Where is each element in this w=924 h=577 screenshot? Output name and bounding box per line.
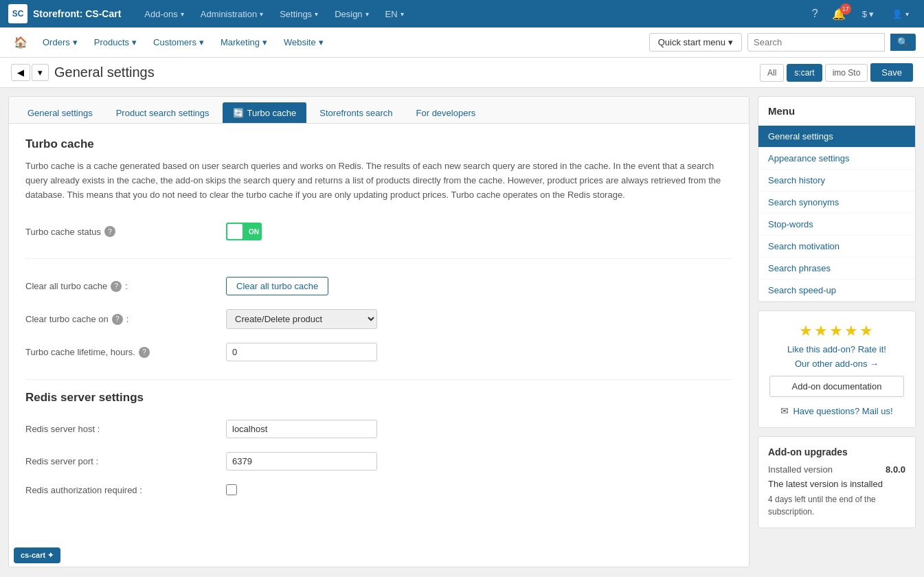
section-title: Turbo cache (25, 137, 732, 151)
like-addon-link[interactable]: Like this add-on? Rate it! (769, 344, 904, 354)
brand[interactable]: SC Storefront: CS-Cart (8, 4, 121, 23)
help-icon[interactable]: ? (112, 314, 123, 325)
toggle-thumb (227, 224, 243, 239)
help-icon[interactable]: ? (104, 226, 115, 237)
tabs-row: General settings Product search settings… (9, 97, 749, 124)
sidebar-item-general-settings[interactable]: General settings (758, 126, 915, 148)
notifications-btn[interactable]: 🔔 17 (826, 5, 851, 23)
redis-auth-row: Redis authorization required : (25, 477, 732, 502)
caret-icon: ▾ (401, 10, 404, 18)
help-icon[interactable]: ? (809, 5, 821, 23)
tab-storefronts-search[interactable]: Storefronts search (309, 102, 403, 123)
page-title: General settings (54, 65, 754, 80)
help-icon[interactable]: ? (111, 281, 122, 292)
addon-upgrades-title: Add-on upgrades (768, 446, 905, 457)
sec-nav: 🏠 Orders ▾ Products ▾ Customers ▾ Market… (0, 27, 924, 58)
page-header: ◀ ▾ General settings All s:cart imo Sto … (0, 58, 924, 88)
currency-btn[interactable]: $ ▾ (857, 6, 879, 22)
caret-icon: ▾ (365, 10, 369, 18)
caret-icon: ▾ (132, 37, 137, 47)
mail-icon: ✉ (780, 405, 789, 416)
sidebar-item-search-speedup[interactable]: Search speed-up (758, 280, 915, 302)
sec-nav-customers[interactable]: Customers ▾ (146, 33, 211, 52)
tab-turbo-cache[interactable]: 🔄 Turbo cache (223, 102, 307, 123)
tab-for-developers[interactable]: For developers (406, 102, 486, 123)
divider (25, 379, 732, 380)
section-content: Turbo cache Turbo cache is a cache gener… (9, 124, 749, 516)
user-menu-btn[interactable]: 👤 ▾ (885, 5, 916, 23)
turbo-cache-status-row: Turbo cache status ? ON (25, 216, 732, 247)
sidebar-item-search-synonyms[interactable]: Search synonyms (758, 192, 915, 214)
upgrade-days-text: 4 days left until the end of the subscri… (768, 493, 905, 518)
divider (25, 258, 732, 259)
redis-auth-label: Redis authorization required : (25, 485, 218, 495)
caret-icon: ▾ (262, 37, 267, 47)
turbo-cache-status-toggle[interactable]: ON (226, 223, 262, 240)
stars: ★★★★★ (769, 322, 904, 340)
filter-all-btn[interactable]: All (760, 64, 784, 82)
other-addons-link[interactable]: Our other add-ons → (769, 359, 904, 369)
top-nav-links: Add-ons ▾ Administration ▾ Settings ▾ De… (137, 5, 804, 23)
home-icon[interactable]: 🏠 (8, 33, 33, 52)
clear-all-button[interactable]: Clear all turbo cache (226, 277, 328, 295)
dropdown-button[interactable]: ▾ (32, 64, 49, 81)
clear-on-label: Clear turbo cache on ? : (25, 314, 218, 325)
sec-nav-marketing[interactable]: Marketing ▾ (214, 33, 274, 52)
rating-box: ★★★★★ Like this add-on? Rate it! Our oth… (758, 310, 916, 428)
nav-administration[interactable]: Administration ▾ (194, 5, 270, 23)
main-wrapper: General settings Product search settings… (0, 88, 924, 576)
addon-documentation-btn[interactable]: Add-on documentation (769, 376, 904, 397)
caret-icon: ▾ (869, 9, 874, 19)
back-button[interactable]: ◀ (11, 64, 30, 81)
header-right-btns: All s:cart imo Sto Save (760, 63, 913, 82)
lifetime-input[interactable] (226, 343, 377, 361)
toggle-track[interactable]: ON (226, 223, 262, 240)
caret-icon: ▾ (260, 10, 263, 18)
nav-design[interactable]: Design ▾ (328, 5, 375, 23)
redis-auth-checkbox[interactable] (226, 484, 237, 495)
toggle-label: ON (249, 228, 259, 236)
redis-host-label: Redis server host : (25, 424, 218, 434)
sidebar-item-appearance-settings[interactable]: Appearance settings (758, 148, 915, 170)
tab-general-settings[interactable]: General settings (17, 102, 103, 123)
nav-language[interactable]: EN ▾ (379, 5, 411, 23)
sidebar: Menu General settings Appearance setting… (758, 96, 916, 567)
search-input[interactable] (747, 33, 885, 52)
latest-version-label: The latest version is installed (768, 479, 905, 489)
filter-demo-btn[interactable]: imo Sto (825, 64, 868, 82)
nav-settings[interactable]: Settings ▾ (273, 5, 325, 23)
redis-port-input[interactable] (226, 452, 377, 471)
lifetime-label: Turbo cache lifetime, hours. ? (25, 347, 218, 358)
clear-on-select[interactable]: Create/Delete productUpdate productCateg… (226, 309, 377, 329)
content-area: General settings Product search settings… (8, 96, 750, 567)
save-button[interactable]: Save (870, 63, 913, 82)
installed-version-value: 8.0.0 (886, 464, 905, 475)
caret-icon: ▾ (315, 10, 318, 18)
filter-cscart-btn[interactable]: s:cart (787, 64, 822, 82)
caret-icon: ▾ (199, 37, 204, 47)
clear-all-label: Clear all turbo cache ? : (25, 281, 218, 292)
sidebar-item-stop-words[interactable]: Stop-words (758, 214, 915, 236)
redis-host-input[interactable] (226, 420, 377, 438)
nav-addons[interactable]: Add-ons ▾ (137, 5, 190, 23)
top-nav: SC Storefront: CS-Cart Add-ons ▾ Adminis… (0, 0, 924, 27)
clear-all-row: Clear all turbo cache ? : Clear all turb… (25, 270, 732, 302)
notification-badge: 17 (840, 3, 851, 14)
page-nav-btns: ◀ ▾ (11, 64, 49, 81)
sec-nav-right: Quick start menu ▾ 🔍 (649, 33, 916, 52)
help-icon[interactable]: ? (139, 347, 150, 358)
section-description: Turbo cache is a cache generated based o… (25, 159, 732, 202)
floating-badge[interactable]: cs-cart ✦ (14, 547, 60, 563)
sec-nav-orders[interactable]: Orders ▾ (36, 33, 84, 52)
sidebar-item-search-phrases[interactable]: Search phrases (758, 258, 915, 280)
addon-upgrades-box: Add-on upgrades Installed version 8.0.0 … (758, 436, 916, 528)
sidebar-item-search-history[interactable]: Search history (758, 170, 915, 192)
tab-product-search-settings[interactable]: Product search settings (106, 102, 220, 123)
caret-icon: ▾ (181, 10, 184, 18)
sec-nav-website[interactable]: Website ▾ (277, 33, 330, 52)
sidebar-item-search-motivation[interactable]: Search motivation (758, 236, 915, 258)
search-button[interactable]: 🔍 (890, 34, 916, 51)
quick-start-btn[interactable]: Quick start menu ▾ (649, 33, 742, 52)
mail-link[interactable]: Have questions? Mail us! (793, 406, 892, 416)
sec-nav-products[interactable]: Products ▾ (87, 33, 144, 52)
